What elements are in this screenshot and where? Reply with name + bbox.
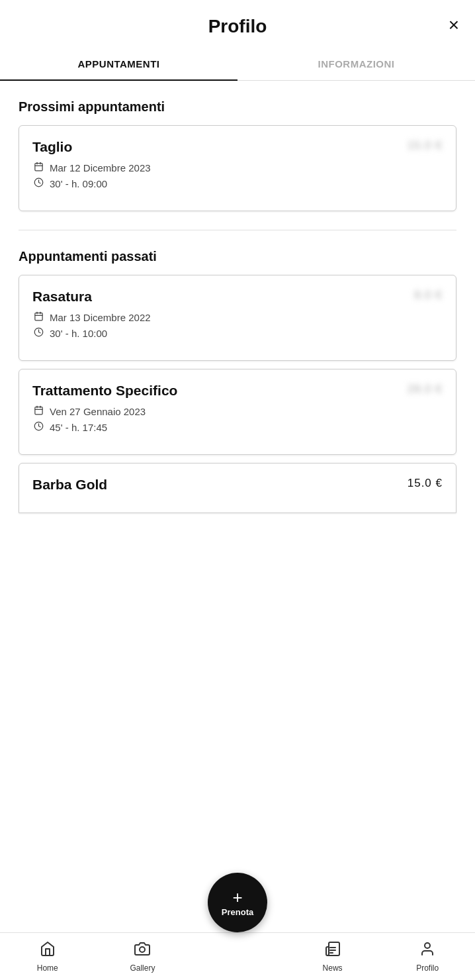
card-header: Rasatura 8.0 € bbox=[32, 289, 443, 305]
appointment-date: Ven 27 Gennaio 2023 bbox=[50, 406, 146, 417]
tab-appuntamenti[interactable]: APPUNTAMENTI bbox=[0, 48, 238, 80]
bottom-nav: Home Gallery News Profilo bbox=[0, 932, 475, 980]
appointment-price: 15.0 € bbox=[408, 139, 443, 152]
svg-rect-0 bbox=[34, 164, 42, 171]
calendar-icon bbox=[32, 162, 44, 173]
card-header: Taglio 15.0 € bbox=[32, 139, 443, 155]
date-row: Mar 13 Dicembre 2022 bbox=[32, 311, 443, 323]
profile-icon bbox=[419, 941, 435, 961]
nav-label-home: Home bbox=[37, 963, 58, 973]
appointment-name: Rasatura bbox=[32, 289, 92, 305]
appointment-card-taglio[interactable]: Taglio 15.0 € Mar 12 Dicembre 2023 bbox=[19, 125, 456, 211]
nav-item-gallery[interactable]: Gallery bbox=[95, 941, 191, 973]
appointment-date: Mar 12 Dicembre 2023 bbox=[50, 162, 151, 173]
svg-point-15 bbox=[140, 947, 145, 952]
svg-rect-5 bbox=[34, 313, 42, 320]
camera-icon bbox=[134, 941, 150, 961]
appointment-time: 45' - h. 17:45 bbox=[50, 422, 107, 433]
calendar-icon bbox=[32, 311, 44, 323]
clock-icon bbox=[32, 421, 44, 433]
clock-icon bbox=[32, 177, 44, 189]
appointment-name: Trattamento Specifico bbox=[32, 383, 177, 399]
fab-label: Prenota bbox=[222, 907, 253, 917]
appointment-card-barba-gold[interactable]: Barba Gold 15.0 € bbox=[19, 463, 456, 513]
nav-label-profilo: Profilo bbox=[416, 963, 439, 973]
time-row: 30' - h. 10:00 bbox=[32, 327, 443, 339]
prenota-button[interactable]: + Prenota bbox=[208, 873, 267, 932]
tab-informazioni[interactable]: INFORMAZIONI bbox=[238, 48, 475, 80]
appointment-meta: Mar 12 Dicembre 2023 30' - h. 09:00 bbox=[32, 162, 443, 189]
nav-label-gallery: Gallery bbox=[130, 963, 155, 973]
home-icon bbox=[40, 941, 56, 961]
tab-bar: APPUNTAMENTI INFORMAZIONI bbox=[0, 48, 475, 81]
appointment-meta: Mar 13 Dicembre 2022 30' - h. 10:00 bbox=[32, 311, 443, 339]
main-content: Prossimi appuntamenti Taglio 15.0 € Mar … bbox=[0, 81, 475, 593]
time-row: 30' - h. 09:00 bbox=[32, 177, 443, 189]
page-header: Profilo × bbox=[0, 0, 475, 48]
nav-item-profilo[interactable]: Profilo bbox=[380, 941, 475, 973]
date-row: Ven 27 Gennaio 2023 bbox=[32, 405, 443, 417]
appointment-name: Barba Gold bbox=[32, 477, 107, 493]
appointment-name: Taglio bbox=[32, 139, 72, 155]
upcoming-title: Prossimi appuntamenti bbox=[19, 99, 456, 115]
nav-item-home[interactable]: Home bbox=[0, 941, 95, 973]
card-header: Barba Gold 15.0 € bbox=[32, 477, 443, 493]
section-divider bbox=[19, 230, 456, 230]
news-icon bbox=[325, 941, 341, 961]
clock-icon bbox=[32, 327, 44, 339]
nav-label-news: News bbox=[323, 963, 343, 973]
svg-rect-10 bbox=[34, 407, 42, 415]
appointment-price: 8.0 € bbox=[414, 289, 443, 302]
upcoming-section: Prossimi appuntamenti Taglio 15.0 € Mar … bbox=[19, 99, 456, 211]
past-section: Appuntamenti passati Rasatura 8.0 € Mar … bbox=[19, 249, 456, 513]
appointment-price: 28.0 € bbox=[408, 383, 443, 396]
past-title: Appuntamenti passati bbox=[19, 249, 456, 264]
appointment-price: 15.0 € bbox=[408, 477, 443, 490]
appointment-card-rasatura[interactable]: Rasatura 8.0 € Mar 13 Dicembre 2022 bbox=[19, 275, 456, 361]
appointment-date: Mar 13 Dicembre 2022 bbox=[50, 312, 151, 323]
date-row: Mar 12 Dicembre 2023 bbox=[32, 162, 443, 173]
calendar-icon bbox=[32, 405, 44, 417]
nav-item-news[interactable]: News bbox=[285, 941, 380, 973]
time-row: 45' - h. 17:45 bbox=[32, 421, 443, 433]
appointment-time: 30' - h. 10:00 bbox=[50, 328, 107, 339]
close-button[interactable]: × bbox=[449, 16, 459, 34]
fab-container: + Prenota bbox=[208, 873, 267, 932]
fab-plus-icon: + bbox=[232, 889, 242, 906]
svg-point-19 bbox=[425, 943, 430, 948]
page-title: Profilo bbox=[208, 16, 267, 37]
appointment-card-trattamento[interactable]: Trattamento Specifico 28.0 € Ven 27 Genn… bbox=[19, 369, 456, 455]
appointment-time: 30' - h. 09:00 bbox=[50, 178, 107, 189]
card-header: Trattamento Specifico 28.0 € bbox=[32, 383, 443, 399]
appointment-meta: Ven 27 Gennaio 2023 45' - h. 17:45 bbox=[32, 405, 443, 433]
